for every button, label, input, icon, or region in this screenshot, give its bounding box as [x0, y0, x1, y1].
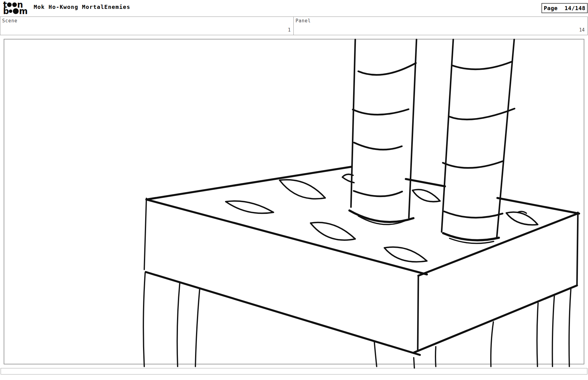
scene-cell: Scene 1 — [0, 17, 294, 35]
logo-line-bottom: bm — [3, 8, 27, 14]
scene-label: Scene — [2, 18, 17, 24]
page-indicator-label: Page 14/148 — [544, 5, 585, 11]
caption-strip — [1, 368, 587, 374]
document-title: Mok Ho-Kwong MortalEnemies — [34, 4, 130, 10]
scene-value: 1 — [288, 27, 291, 33]
panel-cell: Panel 14 — [294, 17, 587, 35]
scene-panel-row: Scene 1 Panel 14 — [0, 17, 588, 35]
page-indicator: Page 14/148 — [541, 3, 588, 13]
panel-label: Panel — [296, 18, 311, 24]
header-bar: tn bm Mok Ho-Kwong MortalEnemies Page 14… — [0, 0, 588, 17]
storyboard-panel-canvas — [4, 39, 584, 364]
panel-value: 14 — [579, 27, 585, 33]
toonboom-logo-icon: tn bm — [3, 2, 27, 14]
